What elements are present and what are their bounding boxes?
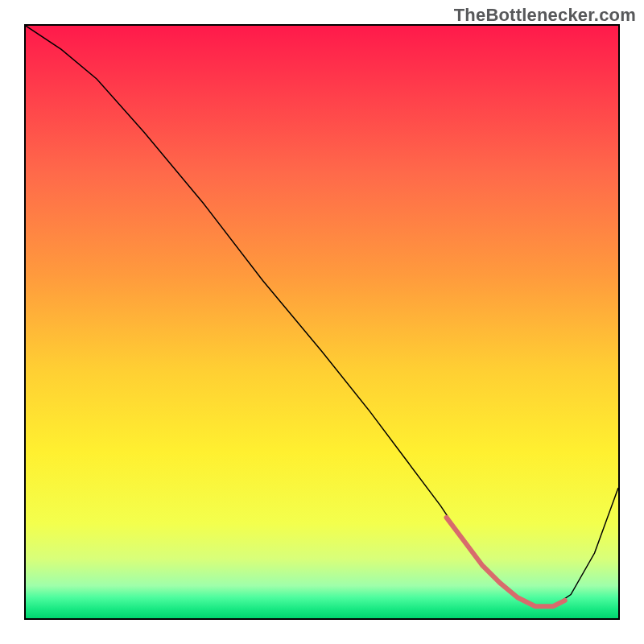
chart-container: TheBottlenecker.com xyxy=(0,0,644,644)
plot-area xyxy=(24,24,620,620)
bottleneck-chart xyxy=(26,26,618,618)
gradient-background xyxy=(26,26,618,618)
watermark-text: TheBottlenecker.com xyxy=(454,5,636,26)
